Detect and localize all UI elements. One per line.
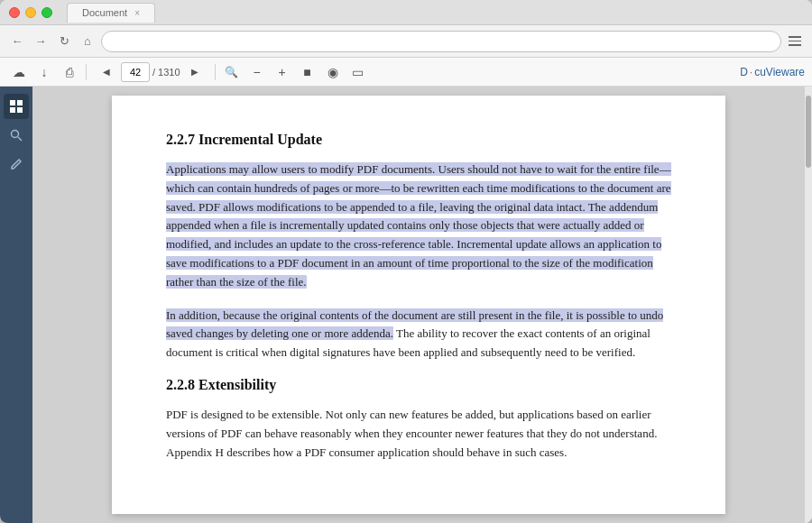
svg-rect-1 bbox=[17, 100, 23, 106]
pdf-viewer: 2.2.7 Incremental Update Applications ma… bbox=[32, 87, 805, 523]
section-227-paragraph1: Applications may allow users to modify P… bbox=[166, 161, 671, 292]
navigation-bar: ← → ↻ ⌂ bbox=[0, 25, 812, 58]
menu-icon bbox=[789, 36, 801, 38]
left-sidebar bbox=[0, 87, 32, 523]
sidebar-search-icon[interactable] bbox=[4, 123, 29, 148]
back-button[interactable]: ← bbox=[7, 32, 27, 51]
highlighted-text-1: Applications may allow users to modify P… bbox=[166, 162, 671, 289]
logo-dot: · bbox=[750, 66, 752, 78]
svg-line-5 bbox=[18, 137, 22, 141]
address-input[interactable] bbox=[101, 31, 781, 52]
browser-tab[interactable]: Document × bbox=[67, 3, 155, 23]
close-button[interactable] bbox=[9, 7, 20, 18]
maximize-button[interactable] bbox=[42, 7, 52, 18]
section-227-heading: 2.2.7 Incremental Update bbox=[166, 132, 671, 148]
print-button[interactable]: ⎙ bbox=[58, 60, 81, 84]
sidebar-grid-icon[interactable] bbox=[4, 94, 29, 119]
tab-label: Document bbox=[82, 7, 127, 18]
tab-close-icon[interactable]: × bbox=[134, 8, 140, 18]
zoom-out-button[interactable]: − bbox=[245, 60, 269, 84]
toolbar-separator bbox=[86, 64, 87, 80]
scrollbar-thumb[interactable] bbox=[806, 96, 811, 168]
pdf-toolbar: ☁ ↓ ⎙ ◀ / 1310 ▶ 🔍 − + ■ ◉ ▭ D·cuVieware bbox=[0, 58, 812, 87]
svg-point-4 bbox=[12, 131, 19, 138]
prev-page-button[interactable]: ◀ bbox=[95, 60, 118, 84]
pdf-page: 2.2.7 Incremental Update Applications ma… bbox=[112, 96, 725, 514]
select-button[interactable]: ▭ bbox=[346, 60, 370, 84]
menu-icon bbox=[789, 44, 801, 46]
toolbar-separator-2 bbox=[215, 64, 216, 80]
docuviware-logo: D·cuVieware bbox=[740, 66, 805, 78]
cloud-icon[interactable]: ☁ bbox=[7, 60, 31, 84]
highlighted-text-2: In addition, because the original conten… bbox=[166, 308, 663, 341]
home-button[interactable]: ⌂ bbox=[78, 32, 97, 51]
svg-rect-2 bbox=[10, 107, 15, 113]
main-area: 2.2.7 Incremental Update Applications ma… bbox=[0, 87, 812, 523]
forward-button[interactable]: → bbox=[31, 32, 51, 51]
section-228-paragraph: PDF is designed to be extensible. Not on… bbox=[166, 406, 671, 462]
section-227-number: 2.2.7 Incremental Update bbox=[166, 132, 322, 147]
section-228-number: 2.2.8 Extensibility bbox=[166, 377, 276, 392]
download-button[interactable]: ↓ bbox=[32, 60, 56, 84]
section-228-heading: 2.2.8 Extensibility bbox=[166, 377, 671, 393]
page-total: / 1310 bbox=[152, 67, 180, 78]
sidebar-edit-icon[interactable] bbox=[4, 151, 29, 177]
fit-button[interactable]: ■ bbox=[296, 60, 319, 84]
scrollbar-track[interactable] bbox=[805, 87, 812, 523]
svg-rect-0 bbox=[10, 100, 15, 106]
menu-button[interactable] bbox=[785, 32, 805, 51]
next-page-button[interactable]: ▶ bbox=[183, 60, 207, 84]
title-bar: Document × bbox=[0, 0, 812, 25]
logo-text: D bbox=[740, 66, 748, 78]
zoom-in-button[interactable]: + bbox=[271, 60, 294, 84]
search-button[interactable]: 🔍 bbox=[220, 60, 244, 84]
section-227-paragraph2: In addition, because the original conten… bbox=[166, 307, 671, 362]
page-navigation: ◀ / 1310 ▶ bbox=[95, 60, 207, 84]
browser-window: Document × ← → ↻ ⌂ ☁ ↓ ⎙ ◀ / 1310 ▶ 🔍 − … bbox=[0, 0, 812, 523]
svg-rect-3 bbox=[17, 107, 23, 113]
view-button[interactable]: ◉ bbox=[321, 60, 345, 84]
minimize-button[interactable] bbox=[25, 7, 36, 18]
page-number-input[interactable] bbox=[121, 62, 150, 82]
refresh-button[interactable]: ↻ bbox=[54, 32, 74, 51]
menu-icon bbox=[789, 41, 801, 42]
logo-text-2: cuVieware bbox=[754, 66, 805, 78]
